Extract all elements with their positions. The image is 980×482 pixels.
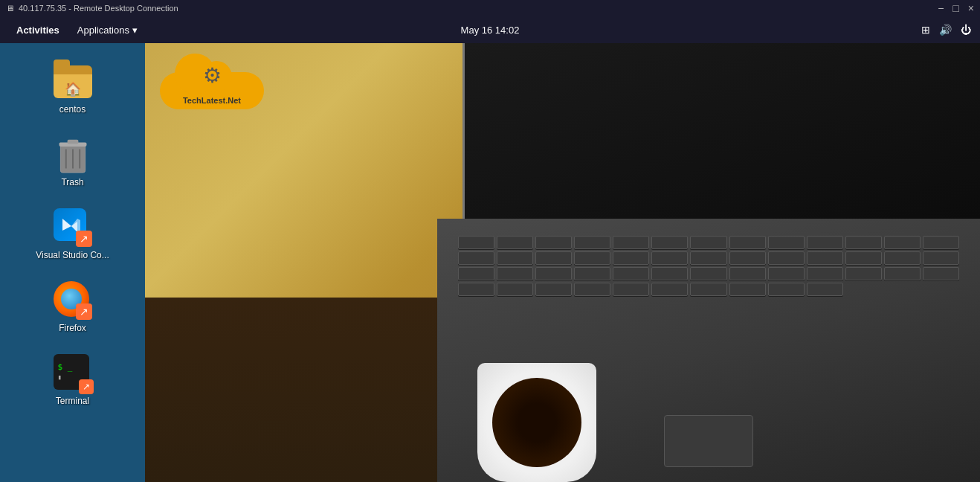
vscode-label: Visual Studio Co...	[36, 250, 109, 260]
techlatest-logo-area: ⚙ TechLatest.Net	[152, 54, 271, 113]
gnome-topbar: Activities Applications ▾ May 16 14:02 ⊞…	[0, 16, 980, 43]
rdp-icon: 🖥	[6, 4, 14, 13]
title-bar-left: 🖥 40.117.75.35 - Remote Desktop Connecti…	[6, 4, 178, 13]
gnome-datetime: May 16 14:02	[461, 25, 520, 36]
applications-button[interactable]: Applications ▾	[70, 23, 145, 37]
gnome-bar-left: Activities Applications ▾	[9, 23, 145, 37]
vscode-icon: ↗	[54, 208, 92, 247]
applications-dropdown-icon: ▾	[132, 25, 138, 36]
trash-icon	[54, 135, 92, 174]
power-icon[interactable]: ⏻	[961, 24, 971, 36]
sidebar-item-centos[interactable]: 🏠 centos	[28, 55, 117, 122]
keyboard-grid	[452, 230, 965, 302]
sidebar-item-firefox[interactable]: ↗ Firefox	[28, 274, 117, 341]
trash-label: Trash	[61, 177, 83, 187]
firefox-label: Firefox	[59, 323, 86, 333]
logo-text: TechLatest.Net	[160, 96, 264, 105]
applications-label: Applications	[77, 25, 129, 36]
sidebar: 🏠 centos Trash	[0, 43, 145, 482]
folder-icon: 🏠	[54, 62, 92, 101]
close-button[interactable]: ×	[968, 2, 974, 14]
gear-icon: ⚙	[203, 63, 222, 88]
centos-label: centos	[59, 104, 86, 115]
touchpad	[664, 415, 753, 467]
title-bar-controls: − □ ×	[938, 2, 974, 14]
datetime-display: May 16 14:02	[461, 25, 520, 36]
coffee-cup-area	[462, 348, 596, 482]
desktop-area[interactable]: ⚙ TechLatest.Net	[145, 43, 980, 482]
svg-rect-2	[67, 140, 78, 144]
terminal-label: Terminal	[56, 396, 89, 406]
maximize-button[interactable]: □	[952, 2, 958, 14]
minimize-button[interactable]: −	[938, 2, 944, 14]
firefox-icon: ↗	[54, 281, 92, 320]
sound-icon[interactable]: 🔊	[939, 24, 952, 36]
main-area: 🏠 centos Trash	[0, 43, 980, 482]
gnome-bar-right: ⊞ 🔊 ⏻	[921, 24, 971, 36]
sidebar-item-trash[interactable]: Trash	[28, 128, 117, 195]
cloud-shape: ⚙ TechLatest.Net	[160, 57, 264, 109]
network-icon[interactable]: ⊞	[921, 24, 930, 36]
sidebar-item-terminal[interactable]: $ _ ▮ ↗ Terminal	[28, 347, 117, 414]
terminal-icon: $ _ ▮ ↗	[54, 354, 92, 393]
title-bar: 🖥 40.117.75.35 - Remote Desktop Connecti…	[0, 0, 980, 16]
sidebar-item-vscode[interactable]: ↗ Visual Studio Co...	[28, 201, 117, 268]
title-bar-text: 40.117.75.35 - Remote Desktop Connection	[19, 4, 178, 13]
activities-button[interactable]: Activities	[9, 23, 67, 37]
